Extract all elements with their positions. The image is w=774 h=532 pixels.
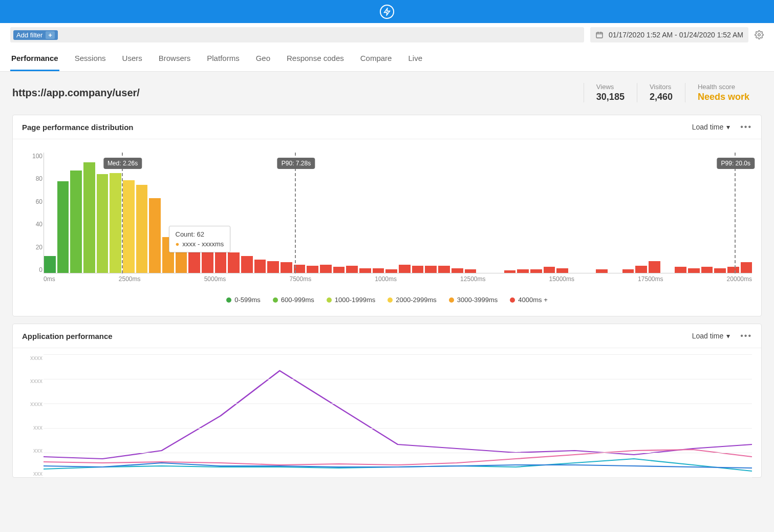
histogram-tooltip: Count: 62 xxxx - xxxxms — [169, 226, 231, 252]
histogram-bar[interactable] — [281, 262, 292, 273]
histogram-bar[interactable] — [228, 252, 240, 273]
page-url: https://app.company/user/ — [12, 87, 584, 99]
histogram-bar[interactable] — [517, 269, 529, 273]
histogram-bar[interactable] — [649, 261, 660, 273]
date-range-picker[interactable]: 01/17/2020 1:52 AM - 01/24/2020 1:52 AM — [590, 27, 748, 42]
tab-performance[interactable]: Performance — [10, 47, 59, 71]
histogram-bar[interactable] — [136, 185, 148, 273]
plus-icon: + — [46, 31, 55, 39]
add-filter-label: Add filter — [16, 31, 42, 39]
app-logo-icon[interactable] — [380, 5, 394, 19]
tab-platforms[interactable]: Platforms — [206, 47, 240, 71]
histogram-bar[interactable] — [241, 256, 253, 273]
stat-views: Views 30,185 — [584, 83, 637, 102]
histogram-bar[interactable] — [176, 249, 187, 273]
histogram-bar[interactable] — [373, 268, 384, 273]
histogram-bar[interactable] — [267, 261, 279, 273]
histogram-bar[interactable] — [438, 266, 450, 273]
histogram-bar[interactable] — [451, 268, 463, 273]
add-filter-button[interactable]: Add filter + — [13, 30, 58, 40]
histogram-bar[interactable] — [83, 162, 95, 273]
app-perf-head: Application performance Load time ▾ ••• — [13, 324, 761, 348]
chevron-down-icon: ▾ — [726, 332, 730, 340]
legend-dot-icon — [449, 297, 454, 303]
histogram-bar[interactable] — [675, 267, 686, 273]
histogram-more-icon[interactable]: ••• — [740, 122, 752, 132]
filter-box[interactable]: Add filter + — [10, 27, 584, 42]
date-range-text: 01/17/2020 1:52 AM - 01/24/2020 1:52 AM — [609, 31, 743, 39]
histogram-panel-head: Page performance distribution Load time … — [13, 115, 761, 139]
legend-dot-icon — [226, 297, 231, 303]
histogram-bar[interactable] — [556, 268, 568, 273]
svg-rect-0 — [596, 32, 603, 38]
tab-list: PerformanceSessionsUsersBrowsersPlatform… — [0, 47, 774, 72]
legend-item[interactable]: 600-999ms — [273, 296, 314, 304]
histogram-bar[interactable] — [320, 265, 332, 273]
histogram-bar[interactable] — [596, 269, 608, 273]
histogram-bar[interactable] — [530, 269, 542, 273]
histogram-bar[interactable] — [701, 267, 713, 273]
histogram-bar[interactable] — [188, 250, 200, 273]
app-perf-panel: Application performance Load time ▾ ••• … — [12, 324, 762, 478]
histogram-bar[interactable] — [123, 180, 135, 273]
app-perf-metric-selector[interactable]: Load time ▾ — [692, 332, 730, 340]
page-header: https://app.company/user/ Views 30,185 V… — [0, 72, 774, 108]
legend-dot-icon — [388, 297, 393, 303]
histogram-bar[interactable] — [412, 266, 424, 273]
histogram-bar[interactable] — [149, 198, 161, 273]
legend-item[interactable]: 0-599ms — [226, 296, 261, 304]
histogram-bar[interactable] — [97, 174, 109, 273]
histogram-bar[interactable] — [385, 269, 397, 273]
legend-dot-icon — [510, 297, 515, 303]
histogram-bar[interactable] — [202, 250, 213, 273]
histogram-bar[interactable] — [635, 266, 647, 273]
tab-geo[interactable]: Geo — [255, 47, 271, 71]
legend-item[interactable]: 2000-2999ms — [388, 296, 437, 304]
histogram-bar[interactable] — [57, 181, 69, 273]
histogram-bar[interactable] — [504, 270, 516, 273]
legend-item[interactable]: 1000-1999ms — [327, 296, 376, 304]
tab-response-codes[interactable]: Response codes — [286, 47, 345, 71]
histogram-bar[interactable] — [44, 256, 56, 273]
tab-sessions[interactable]: Sessions — [74, 47, 107, 71]
legend-dot-icon — [327, 297, 332, 303]
marker-p90: P90: 7.28s — [295, 153, 296, 273]
histogram-bar[interactable] — [741, 262, 752, 273]
histogram-bar[interactable] — [110, 173, 121, 273]
histogram-bar[interactable] — [727, 267, 739, 273]
histogram-bar[interactable] — [622, 269, 634, 273]
histogram-bar[interactable] — [307, 266, 318, 273]
page-stats: Views 30,185 Visitors 2,460 Health score… — [584, 83, 762, 102]
tab-compare[interactable]: Compare — [359, 47, 393, 71]
histogram-bar[interactable] — [425, 266, 437, 273]
app-perf-chart: xxxxxxxxxxxxxxxxxxxxx — [44, 354, 752, 477]
histogram-bar[interactable] — [399, 265, 411, 273]
tab-live[interactable]: Live — [407, 47, 423, 71]
histogram-bar[interactable] — [465, 269, 477, 273]
stat-visitors: Visitors 2,460 — [637, 83, 685, 102]
tab-users[interactable]: Users — [121, 47, 143, 71]
histogram-bar[interactable] — [346, 266, 358, 273]
app-perf-more-icon[interactable]: ••• — [740, 331, 752, 341]
histogram-bar[interactable] — [70, 171, 82, 273]
histogram-bar[interactable] — [333, 267, 345, 273]
histogram-metric-selector[interactable]: Load time ▾ — [692, 123, 730, 131]
tab-browsers[interactable]: Browsers — [158, 47, 192, 71]
legend-item[interactable]: 3000-3999ms — [449, 296, 498, 304]
histogram-panel: Page performance distribution Load time … — [12, 115, 762, 316]
legend-item[interactable]: 4000ms + — [510, 296, 547, 304]
histogram-bar[interactable] — [544, 267, 555, 273]
gear-icon[interactable] — [755, 30, 764, 39]
top-navbar — [0, 0, 774, 23]
histogram-bar[interactable] — [714, 268, 726, 273]
marker-p99: P99: 20.0s — [735, 153, 736, 273]
histogram-bar[interactable] — [254, 260, 266, 273]
svg-point-1 — [758, 34, 761, 36]
histogram-bar[interactable] — [359, 268, 371, 273]
calendar-icon — [595, 31, 604, 39]
histogram-bar[interactable] — [688, 268, 700, 273]
histogram-chart: 100806040200 0ms2500ms5000ms7500ms1000ms… — [44, 153, 752, 286]
histogram-bars[interactable] — [44, 153, 752, 273]
histogram-bar[interactable] — [215, 251, 227, 273]
histogram-title: Page performance distribution — [22, 123, 692, 132]
